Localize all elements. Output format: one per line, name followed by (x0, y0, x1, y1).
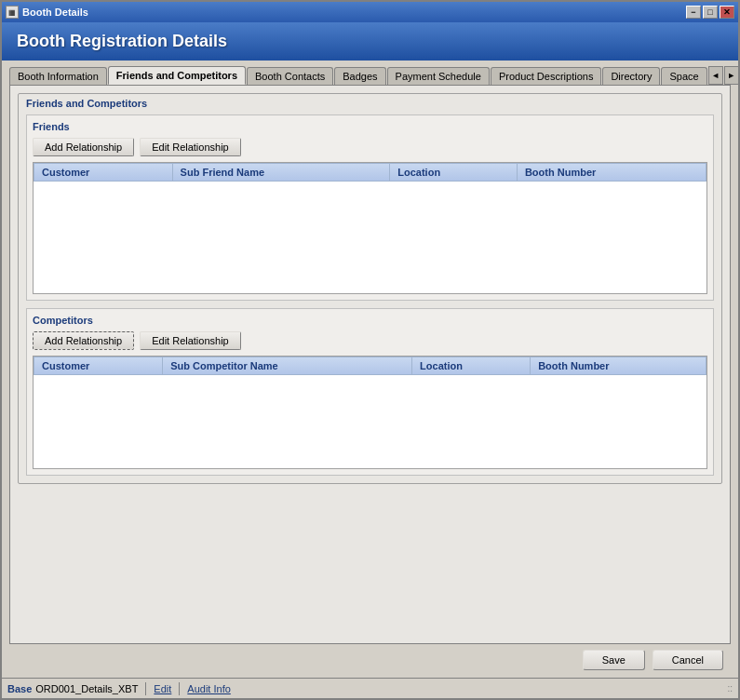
window-icon: ▦ (6, 6, 19, 19)
maximize-button[interactable]: □ (703, 6, 718, 19)
page-title: Booth Registration Details (17, 32, 723, 51)
section-title: Friends and Competitors (19, 94, 721, 111)
status-base-section: Base ORD001_Details_XBT (7, 683, 138, 694)
tab-payment-schedule[interactable]: Payment Schedule (387, 67, 490, 85)
competitors-title: Competitors (33, 315, 707, 326)
window-controls: − □ ✕ (686, 6, 734, 19)
resize-grip: :: (727, 683, 733, 693)
competitors-table: Customer Sub Competitor Name Location Bo… (34, 357, 706, 375)
competitors-col-subcompetitor: Sub Competitor Name (163, 357, 412, 375)
friends-add-button[interactable]: Add Relationship (33, 138, 134, 156)
status-divider-2 (179, 682, 180, 695)
friends-edit-button[interactable]: Edit Relationship (140, 138, 241, 156)
competitors-col-customer: Customer (34, 357, 163, 375)
friends-table: Customer Sub Friend Name Location Booth … (34, 163, 706, 182)
status-bar: Base ORD001_Details_XBT Edit Audit Info … (2, 678, 738, 698)
status-divider-1 (145, 682, 146, 695)
friends-col-customer: Customer (34, 164, 173, 182)
competitors-subsection: Competitors Add Relationship Edit Relati… (26, 308, 714, 476)
friends-col-location: Location (390, 164, 518, 182)
audit-link[interactable]: Audit Info (187, 683, 230, 694)
friends-table-container: Customer Sub Friend Name Location Booth … (33, 162, 707, 294)
friends-col-booth: Booth Number (517, 164, 706, 182)
competitors-edit-button[interactable]: Edit Relationship (140, 331, 241, 350)
title-bar: ▦ Booth Details − □ ✕ (2, 2, 738, 22)
tab-directory[interactable]: Directory (602, 67, 660, 85)
base-label: Base (7, 683, 32, 694)
main-content: Booth Information Friends and Competitor… (2, 61, 738, 678)
tab-booth-contacts[interactable]: Booth Contacts (247, 67, 333, 85)
minimize-button[interactable]: − (686, 6, 701, 19)
close-button[interactable]: ✕ (720, 6, 734, 19)
friends-empty-area (34, 182, 706, 293)
tab-panel: Friends and Competitors Friends Add Rela… (9, 85, 731, 644)
window-title: Booth Details (22, 7, 686, 18)
main-window: ▦ Booth Details − □ ✕ Booth Registration… (0, 0, 740, 700)
friends-col-subfriend: Sub Friend Name (172, 164, 390, 182)
competitors-empty-area (34, 375, 706, 468)
save-button[interactable]: Save (583, 650, 645, 670)
bottom-bar: Save Cancel (9, 644, 731, 674)
tab-prev-button[interactable]: ◄ (708, 66, 723, 85)
friends-button-row: Add Relationship Edit Relationship (33, 138, 707, 156)
edit-link[interactable]: Edit (154, 683, 171, 694)
friends-competitors-section: Friends and Competitors Friends Add Rela… (18, 93, 722, 484)
competitors-table-container: Customer Sub Competitor Name Location Bo… (33, 356, 707, 469)
tabs-bar: Booth Information Friends and Competitor… (9, 66, 731, 85)
tab-booth-information[interactable]: Booth Information (9, 67, 107, 85)
tab-badges[interactable]: Badges (334, 67, 385, 85)
competitors-col-booth: Booth Number (531, 357, 706, 375)
tab-friends-competitors[interactable]: Friends and Competitors (108, 66, 246, 85)
tab-next-button[interactable]: ► (724, 66, 738, 85)
friends-subsection: Friends Add Relationship Edit Relationsh… (26, 114, 714, 301)
base-value: ORD001_Details_XBT (35, 683, 138, 694)
competitors-add-button[interactable]: Add Relationship (33, 331, 134, 350)
tab-space[interactable]: Space (661, 67, 706, 85)
competitors-col-location: Location (412, 357, 531, 375)
header: Booth Registration Details (2, 22, 738, 61)
status-audit-section: Audit Info (187, 683, 230, 694)
status-edit-section: Edit (154, 683, 171, 694)
competitors-button-row: Add Relationship Edit Relationship (33, 331, 707, 350)
friends-title: Friends (33, 121, 707, 132)
cancel-button[interactable]: Cancel (653, 650, 723, 670)
tab-product-descriptions[interactable]: Product Descriptions (491, 67, 602, 85)
